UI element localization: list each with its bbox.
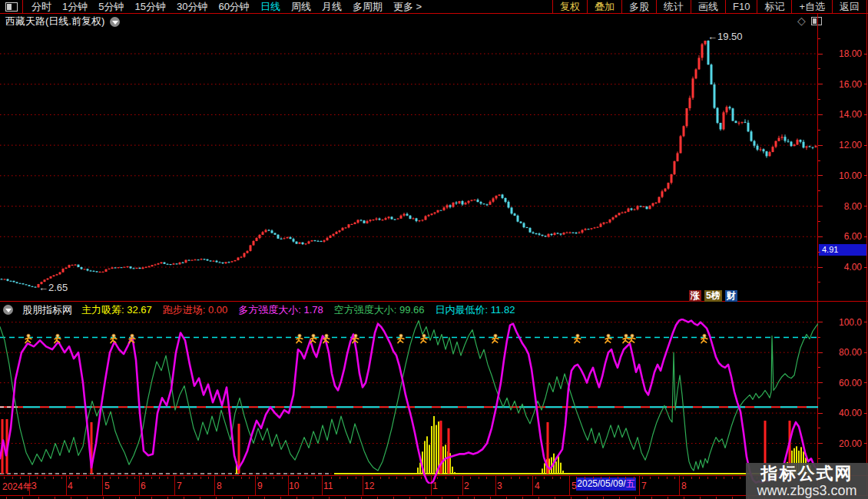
topbar-button-统计[interactable]: 统计 <box>656 0 691 13</box>
indicator-axis-label: 60.00 <box>839 378 862 388</box>
high-annotation: ←19.50 <box>707 31 743 42</box>
price-axis-label: 10.00 <box>839 170 862 181</box>
runner-signal-icon <box>25 334 31 342</box>
period-menu: 分时1分钟5分钟15分钟30分钟60分钟日线周线月线多周期更多 > <box>26 0 427 13</box>
price-tag: 4.91 <box>819 244 866 256</box>
axis-tick <box>818 190 820 191</box>
runner-signal-icon <box>701 334 707 342</box>
axis-tick <box>864 145 867 146</box>
badge-财[interactable]: 财 <box>725 290 737 302</box>
runner-signal-icon <box>398 334 404 342</box>
topbar-button-+自选[interactable]: +自选 <box>791 0 832 13</box>
axis-tick <box>818 130 820 131</box>
topbar-button-返回[interactable]: 返回 <box>832 0 867 13</box>
topbar-button-叠加[interactable]: 叠加 <box>587 0 621 13</box>
indicator-field: 多方强度大小: 1.78 <box>238 303 323 317</box>
axis-tick <box>818 145 823 146</box>
topbar-button-F10[interactable]: F10 <box>725 0 757 13</box>
runner-signal-icon <box>297 334 303 342</box>
menu-item-更多 >[interactable]: 更多 > <box>388 0 427 13</box>
axis-tick <box>864 413 867 414</box>
menu-item-15分钟[interactable]: 15分钟 <box>129 0 171 13</box>
collapse-chevron-icon[interactable] <box>3 305 13 315</box>
menu-item-多周期[interactable]: 多周期 <box>347 0 388 13</box>
axis-tick <box>818 337 820 338</box>
axis-tick <box>818 54 823 55</box>
menu-item-分时[interactable]: 分时 <box>26 0 57 13</box>
watermark-url: www.zbgs3.com <box>757 483 856 498</box>
low-annotation: ←2.65 <box>38 282 68 293</box>
price-axis-label: 6.00 <box>844 231 862 242</box>
topbar-button-标记[interactable]: 标记 <box>757 0 791 13</box>
axis-tick <box>818 382 823 383</box>
menu-item-1分钟[interactable]: 1分钟 <box>57 0 93 13</box>
indicator-series <box>0 319 818 484</box>
axis-tick <box>818 267 823 268</box>
runner-signal-icon <box>605 334 611 342</box>
axis-tick <box>818 68 820 69</box>
axis-tick <box>864 175 867 176</box>
price-axis-label: 16.00 <box>839 79 862 90</box>
runner-signal-icon <box>129 334 135 342</box>
chevron-down-icon[interactable] <box>110 17 120 27</box>
runner-signal-icon <box>55 334 61 342</box>
topbar-button-画线[interactable]: 画线 <box>691 0 725 13</box>
indicator-axis-label: 80.00 <box>839 347 862 358</box>
watermark: 指标公式网 www.zbgs3.com <box>746 463 868 499</box>
topbar-button-多股[interactable]: 多股 <box>621 0 656 13</box>
axis-tick <box>864 84 867 84</box>
topbar-button-复权[interactable]: 复权 <box>552 0 587 13</box>
badge-5榜[interactable]: 5榜 <box>704 290 722 302</box>
axis-tick <box>818 114 823 115</box>
axis-tick <box>818 352 823 353</box>
menu-item-5分钟[interactable]: 5分钟 <box>93 0 129 13</box>
indicator-axis-label: 40.00 <box>839 408 862 418</box>
title-bar: 西藏天路(日线.前复权) <box>0 14 822 29</box>
axis-tick <box>864 322 867 322</box>
stock-title: 西藏天路(日线.前复权) <box>5 15 104 28</box>
indicator-source: 股朋指标网 <box>22 303 72 317</box>
runner-signal-icon <box>310 334 316 342</box>
axis-tick <box>818 99 820 100</box>
indicator-field: 空方强度大小: 99.66 <box>334 303 425 317</box>
indicator-values: 主力吸筹: 32.67跑步进场: 0.00多方强度大小: 1.78空方强度大小:… <box>81 303 515 317</box>
menu-item-60分钟[interactable]: 60分钟 <box>213 0 254 13</box>
axis-tick <box>818 413 823 414</box>
axis-tick <box>864 443 867 444</box>
axis-tick <box>864 382 867 383</box>
candlestick-chart[interactable]: ←19.50 ←2.65 <box>0 29 818 301</box>
runner-signal-icon <box>111 334 117 342</box>
axis-tick <box>818 443 823 444</box>
axis-tick <box>818 282 820 283</box>
axis-tick <box>818 84 823 84</box>
runner-signal-icon <box>629 334 635 342</box>
menu-item-周线[interactable]: 周线 <box>286 0 316 13</box>
price-axis-label: 14.00 <box>839 109 862 120</box>
diamond-icon[interactable]: ◇ <box>797 15 806 26</box>
candles <box>1 40 817 287</box>
panel-toggle-icon[interactable] <box>811 17 822 25</box>
indicator-axis: 100.080.0060.0040.0020.00 <box>818 319 867 475</box>
indicator-field: 日内最低价: 11.82 <box>436 303 515 317</box>
oscillator-chart[interactable] <box>0 319 818 484</box>
menu-item-月线[interactable]: 月线 <box>316 0 347 13</box>
badge-涨[interactable]: 涨 <box>689 290 701 302</box>
axis-tick <box>818 38 820 39</box>
menu-item-日线[interactable]: 日线 <box>255 0 286 13</box>
toolbar-buttons: 复权叠加多股统计画线F10标记+自选返回 <box>552 0 867 13</box>
menu-item-30分钟[interactable]: 30分钟 <box>171 0 213 13</box>
layout-panel-icon[interactable] <box>5 2 18 12</box>
axis-tick <box>864 352 867 353</box>
axis-tick <box>818 322 823 322</box>
axis-tick <box>818 458 820 459</box>
axis-tick <box>864 267 867 268</box>
axis-tick <box>818 221 820 222</box>
runner-signal-icon <box>323 334 330 342</box>
axis-tick <box>864 54 867 55</box>
axis-tick <box>818 175 823 176</box>
axis-tick <box>818 252 820 253</box>
axis-tick <box>818 398 820 398</box>
indicator-axis-label: 20.00 <box>839 438 862 449</box>
runner-signal-icon <box>623 334 629 342</box>
quick-link-badges: 涨5榜财 <box>689 290 737 302</box>
